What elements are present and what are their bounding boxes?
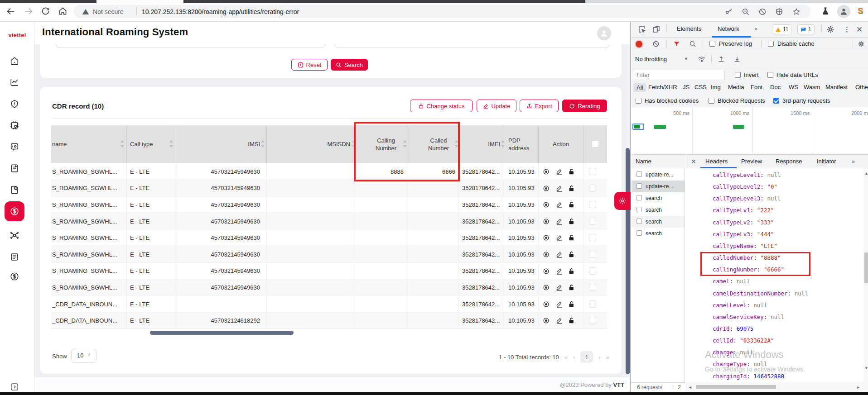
filter-all[interactable]: All	[633, 83, 646, 92]
user-avatar[interactable]	[597, 26, 611, 40]
filter-font[interactable]: Font	[751, 84, 762, 90]
filter-ws[interactable]: WS	[789, 84, 798, 90]
search-field-1[interactable]	[56, 44, 325, 48]
close-detail-icon[interactable]: ✕	[691, 158, 696, 165]
view-icon[interactable]	[543, 301, 550, 308]
search-field-2[interactable]	[334, 44, 609, 48]
row-checkbox[interactable]	[589, 201, 596, 208]
filter-img[interactable]: Img	[711, 84, 721, 90]
inspect-icon[interactable]	[638, 25, 646, 33]
collapse-sidebar-icon[interactable]	[10, 382, 19, 391]
page-size-select[interactable]: 10 ∨	[71, 349, 96, 363]
filter-media[interactable]: Media	[728, 84, 744, 90]
issues-warning-badge[interactable]: 11	[772, 24, 791, 34]
filter-input[interactable]: Filter	[633, 70, 725, 80]
forward-icon[interactable]	[24, 6, 34, 16]
shield-icon[interactable]	[775, 8, 783, 16]
request-row[interactable]: search	[632, 216, 685, 228]
col-header-name[interactable]: name	[52, 125, 125, 163]
tab-initiator[interactable]: Initiator	[817, 158, 836, 165]
blocked-icon[interactable]	[758, 8, 767, 16]
key-icon[interactable]	[725, 8, 733, 16]
filter-manifest[interactable]: Manifest	[825, 84, 848, 90]
export-har-icon[interactable]	[733, 55, 741, 63]
export-button[interactable]: Export	[520, 100, 559, 112]
table-row[interactable]: S_ROAMING_SGWHL...E - LTE457032145949630…	[51, 263, 607, 280]
reset-button[interactable]: Reset	[291, 59, 328, 71]
tab-elements[interactable]: Elements	[677, 25, 701, 32]
request-row[interactable]: search	[632, 192, 685, 204]
extension-s-icon[interactable]: S	[858, 6, 867, 16]
change-status-button[interactable]: Change status	[410, 100, 473, 112]
table-row[interactable]: S_ROAMING_SGWHL...E - LTE457032145949630…	[51, 163, 607, 180]
view-icon[interactable]	[543, 218, 550, 225]
row-checkbox[interactable]	[589, 267, 596, 275]
network-settings-gear-icon[interactable]	[858, 40, 865, 48]
report-menu-icon[interactable]	[10, 252, 19, 262]
lock-icon[interactable]	[568, 268, 575, 275]
filter-js[interactable]: JS	[683, 84, 690, 90]
zoom-out-icon[interactable]	[742, 8, 750, 16]
row-checkbox[interactable]	[589, 185, 596, 192]
table-horizontal-scrollbar[interactable]	[150, 331, 294, 335]
col-header-imei[interactable]: IMEI	[462, 125, 500, 163]
row-checkbox[interactable]	[589, 234, 596, 241]
tab-network[interactable]: Network	[718, 25, 739, 32]
back-icon[interactable]	[6, 6, 16, 16]
detail-horizontal-scrollbar[interactable]: ◄ ►	[685, 382, 868, 392]
request-row[interactable]: update-re...	[632, 169, 685, 181]
view-icon[interactable]	[543, 185, 550, 192]
clear-icon[interactable]	[652, 40, 660, 48]
settings-fab[interactable]	[614, 192, 631, 210]
scroll-left-icon[interactable]: ◄	[688, 385, 692, 390]
requests-header[interactable]: Name	[632, 155, 685, 168]
profile-avatar[interactable]	[837, 5, 850, 18]
lock-icon[interactable]	[568, 317, 575, 324]
table-row[interactable]: S_ROAMING_SGWHL...E - LTE457032145949630…	[51, 180, 607, 197]
edit-icon[interactable]	[556, 268, 563, 275]
lock-icon[interactable]	[568, 301, 575, 308]
edit-icon[interactable]	[556, 168, 563, 175]
more-tabs-icon[interactable]: »	[754, 25, 757, 32]
view-icon[interactable]	[543, 268, 550, 275]
lock-icon[interactable]	[568, 168, 575, 175]
scroll-up-icon[interactable]: ▲	[864, 171, 868, 176]
table-row[interactable]: _CDR_DATA_INBOUN...E - LTE45703212461829…	[51, 312, 607, 329]
edit-icon[interactable]	[556, 301, 563, 308]
rerating-button[interactable]: Rerating	[562, 100, 607, 112]
blocked-requests-checkbox[interactable]	[709, 98, 714, 104]
filter-css[interactable]: CSS	[694, 84, 707, 90]
filter-fetch[interactable]: Fetch/XHR	[648, 84, 677, 90]
preserve-log-checkbox[interactable]	[709, 41, 715, 47]
row-checkbox[interactable]	[589, 251, 596, 258]
col-header-msisdn[interactable]: MSISDN	[266, 125, 350, 163]
search-button[interactable]: Search	[331, 59, 368, 71]
record-icon[interactable]	[636, 41, 642, 48]
lock-icon[interactable]	[568, 284, 575, 291]
issues-message-badge[interactable]: 1	[797, 24, 815, 34]
edit-icon[interactable]	[556, 218, 563, 225]
edit-icon[interactable]	[556, 234, 563, 241]
request-row-selected[interactable]: update-re...	[632, 181, 685, 192]
document-menu-icon[interactable]	[10, 163, 19, 173]
filter-doc[interactable]: Doc	[770, 84, 781, 90]
row-checkbox[interactable]	[589, 300, 596, 308]
file-clock-menu-icon[interactable]	[10, 185, 19, 195]
lock-icon[interactable]	[568, 185, 575, 192]
url-text[interactable]: 10.207.252.135:8200/roaming-app/utilitie…	[142, 8, 299, 15]
chat-refresh-menu-icon[interactable]	[10, 142, 19, 152]
filter-wasm[interactable]: Wasm	[804, 84, 820, 90]
lock-icon[interactable]	[568, 251, 575, 258]
search-icon[interactable]	[689, 40, 696, 48]
money-menu-icon[interactable]	[10, 271, 19, 281]
timeline-overview[interactable]: 500 ms 1000 ms 1500 ms 2000 ms	[632, 107, 868, 155]
edit-icon[interactable]	[556, 185, 563, 192]
col-header-pdp[interactable]: PDP address	[508, 125, 537, 163]
bookmark-star-icon[interactable]	[792, 8, 800, 16]
view-icon[interactable]	[543, 201, 550, 208]
table-row[interactable]: S_ROAMING_SGWHL...E - LTE457032145949630…	[51, 246, 607, 263]
settings-gear-icon[interactable]	[826, 25, 834, 33]
row-checkbox[interactable]	[589, 284, 596, 291]
table-row[interactable]: S_ROAMING_SGWHL...E - LTE457032145949630…	[51, 229, 607, 246]
update-button[interactable]: Update	[477, 100, 516, 112]
